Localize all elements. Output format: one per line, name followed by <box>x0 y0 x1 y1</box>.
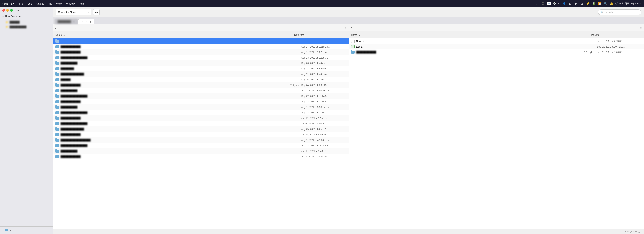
bookmark-icon[interactable]: P <box>574 1 578 6</box>
search-box[interactable]: 🔍 Search <box>598 9 641 15</box>
wifi-icon[interactable]: 📶 <box>598 1 602 6</box>
table-row[interactable]: ████████████ Sep 22, 2021 at 10:14:4... <box>53 99 348 105</box>
table-row[interactable]: ██████████ Aug 1, 2021 at 6:03:23 PM <box>53 88 348 94</box>
app-container: ⊕ ▾ + New Document 📁 ██████ 📁 ██████████… <box>0 7 644 234</box>
new-document-plus-icon: + <box>2 15 4 18</box>
bluetooth-icon[interactable]: ⚡ <box>586 1 590 6</box>
file-date: Sep 26, 2021 at 12:54:1... <box>299 78 346 81</box>
menu-edit[interactable]: Edit <box>25 0 34 7</box>
file-date: Sep 24, 2021 at 2:27:45... <box>299 67 346 70</box>
table-row[interactable]: ██████████ Jun 15, 2021 at 3:48:19... <box>53 148 348 154</box>
table-row[interactable]: ████████████ 123 bytes Sep 26, 2021 at 8… <box>349 49 644 55</box>
table-row[interactable]: txt test.txt Sep 17, 2021 at 10:42:00... <box>349 44 644 49</box>
table-row[interactable]: ████████████████ Sep 22, 2021 at 10:14:3… <box>53 94 348 99</box>
right-col-name-header[interactable]: Name ▲ <box>351 34 571 36</box>
table-row[interactable]: ████████████ Sep 24, 2021 at 12:19:15... <box>53 44 348 49</box>
tab-blurred-close[interactable]: ✕ <box>72 20 75 23</box>
status-bar: CSDN @Darling_... <box>53 229 644 234</box>
menu-file[interactable]: File <box>17 0 25 7</box>
file-name: ████████████ <box>60 117 276 119</box>
table-row[interactable]: ██████████████ Aug 25, 2021 at 4:55:39..… <box>53 126 348 132</box>
music-icon[interactable]: ♪ <box>535 1 539 6</box>
table-row[interactable]: ██████████ Aug 5, 2021 at 3:56:17 PM <box>53 105 348 110</box>
file-name: ██████ <box>60 78 276 81</box>
file-date: Jun 16, 2021 at 12:53:57... <box>299 117 346 119</box>
table-row[interactable]: ██████████████ Aug 11, 2021 at 5:43:24..… <box>53 71 348 77</box>
grid2-icon[interactable]: ⊞ <box>580 1 584 6</box>
table-row[interactable]: .. <box>53 38 348 44</box>
sidebar-item-blurred-2[interactable]: 📁 ██████████ <box>0 24 53 29</box>
sidebar-item-blurred-1[interactable]: 📁 ██████ <box>0 20 53 24</box>
folder-icon <box>351 51 355 54</box>
right-panel-list-icon[interactable]: ≡ <box>640 26 642 29</box>
play-button[interactable]: ▶ ▾ <box>93 9 100 15</box>
sidebar-action-btn[interactable]: ⊕ ▾ <box>16 9 19 11</box>
search-icon[interactable]: 🔍 <box>603 1 608 6</box>
tab-blurred[interactable]: ████████ ✕ <box>55 19 78 24</box>
table-row[interactable]: ████████████ Aug 5, 2021 at 10:22:50... <box>53 154 348 159</box>
battery-icon[interactable]: 🔋 <box>592 1 596 6</box>
sidebar-uat-label: uat <box>9 229 12 232</box>
left-col-date-header[interactable]: Date <box>299 34 346 36</box>
table-row[interactable]: ████████ Sep 24, 2021 at 2:27:45... <box>53 66 348 71</box>
folder-icon <box>56 56 59 59</box>
grid-icon[interactable]: ▦ <box>568 1 572 6</box>
table-row[interactable]: ████████████████ Sep 22, 2021 at 10:14:3… <box>53 110 348 116</box>
folder-icon <box>56 95 59 98</box>
folder-icon <box>56 84 59 87</box>
menu-view[interactable]: View <box>54 0 64 7</box>
new-document-button[interactable]: + New Document <box>0 13 53 19</box>
tab-ftp-label: 174-ftp <box>84 20 92 23</box>
new-document-label: New Document <box>5 15 21 18</box>
file-name: ████████████ <box>356 51 571 54</box>
table-row[interactable]: ████████████████ Aug 12, 2021 at 11:08:4… <box>53 143 348 148</box>
left-col-name-header[interactable]: Name ▲ <box>56 34 276 36</box>
folder-icon <box>56 117 59 119</box>
file-date: Sep 18, 2021 at 2:33:00... <box>594 40 642 43</box>
computer-name-select[interactable]: Computer Name ▾ <box>56 9 91 15</box>
table-row[interactable]: ████████████████ Jul 29, 2021 at 4:59:20… <box>53 121 348 126</box>
table-row[interactable]: ████████████ Aug 5, 2021 at 10:29:34... <box>53 49 348 55</box>
close-button[interactable] <box>2 9 5 11</box>
minimize-button[interactable] <box>6 9 9 11</box>
file-date: Aug 9, 2021 at 4:16:48 PM <box>299 139 346 141</box>
headphone-icon[interactable]: 🎧 <box>541 1 545 6</box>
badge-count: 33 <box>558 2 560 5</box>
right-col-date-header[interactable]: Date <box>594 34 642 36</box>
table-row[interactable]: ██████████ Sep 26, 2021 at 5:47:27... <box>53 60 348 66</box>
left-col-header: Name ▲ Size Date <box>53 31 348 38</box>
menu-tab[interactable]: Tab <box>46 0 54 7</box>
tab-bar: ████████ ✕ ✕ 174-ftp <box>53 17 644 24</box>
content-area: Computer Name ▾ ▶ ▾ 🔍 Search ████████ ✕ … <box>53 7 644 234</box>
table-row[interactable]: ████████████ 92 bytes Sep 24, 2021 at 6:… <box>53 83 348 88</box>
table-row[interactable]: ████████████████ Sep 23, 2021 at 10:05:3… <box>53 55 348 60</box>
sidebar-folder-icon-1: 📁 <box>6 21 8 23</box>
file-panels: / ≡ Name ▲ Size Date <box>53 24 644 229</box>
right-panel-path: / <box>351 26 352 29</box>
menu-actions[interactable]: Actions <box>34 0 46 7</box>
tab-174-ftp[interactable]: ✕ 174-ftp <box>78 19 94 24</box>
file-date: Sep 23, 2021 at 10:05:3... <box>299 56 346 59</box>
file-name: ██████████████████ <box>60 139 276 141</box>
table-row[interactable]: New File Sep 18, 2021 at 2:33:00... <box>349 38 644 44</box>
menu-window[interactable]: Window <box>64 0 76 7</box>
table-row[interactable]: ██████ Sep 26, 2021 at 12:54:1... <box>53 77 348 83</box>
user-icon[interactable]: 👤 <box>562 1 566 6</box>
notification-icon[interactable]: 🔔 <box>609 1 614 6</box>
table-row[interactable]: ████████████ Jun 16, 2021 at 6:56:27... <box>53 132 348 137</box>
left-col-size-header[interactable]: Size <box>276 34 299 36</box>
right-col-size-header[interactable]: Size <box>571 34 594 36</box>
table-row[interactable]: ████████████ Jun 16, 2021 at 12:53:57... <box>53 116 348 121</box>
table-row[interactable]: ██████████████████ Aug 9, 2021 at 4:16:4… <box>53 137 348 143</box>
left-panel-list-icon[interactable]: ≡ <box>344 26 346 29</box>
file-name: ████████████ <box>60 155 276 158</box>
word-icon[interactable]: W <box>547 2 550 5</box>
tab-blurred-label: ████████ <box>58 20 71 23</box>
sidebar-uat-item[interactable]: ▾ uat <box>2 228 50 233</box>
right-file-panel: / ≡ Name ▲ Size Date <box>349 24 644 229</box>
left-panel-header: / ≡ <box>53 24 348 31</box>
chat-icon[interactable]: 💬 <box>552 1 556 6</box>
traffic-lights: ⊕ ▾ <box>0 7 53 13</box>
maximize-button[interactable] <box>10 9 13 11</box>
menu-help[interactable]: Help <box>76 0 86 7</box>
